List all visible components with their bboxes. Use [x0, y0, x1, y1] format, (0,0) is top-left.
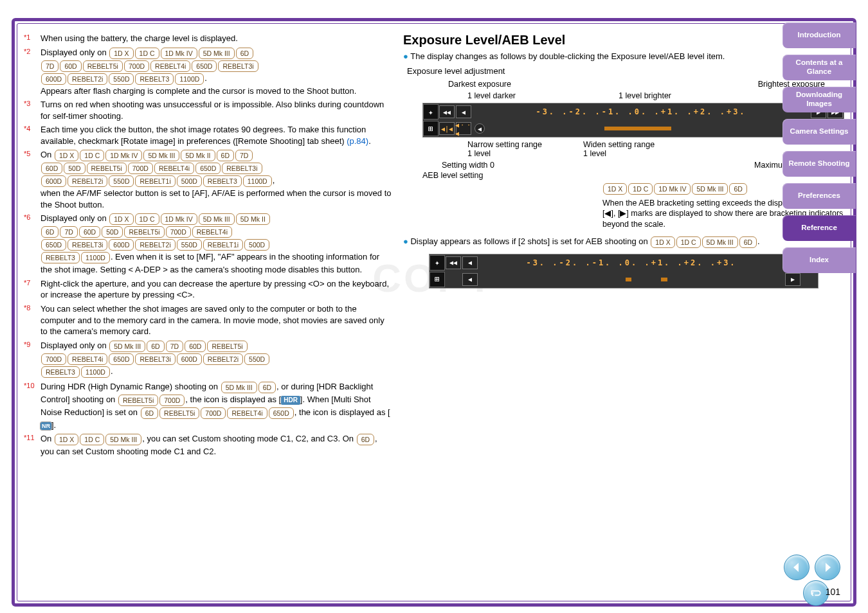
camera-badge: 60D [41, 163, 62, 174]
sidebar-item[interactable]: Downloading Images [782, 87, 856, 112]
text: . [757, 236, 760, 246]
camera-badge: REBELT1i [203, 239, 243, 251]
label-1-brighter: 1 level brighter [619, 91, 671, 100]
camera-badge: 5D Mk III [221, 382, 257, 393]
footnote-2: Displayed only on 1D X1D C1D Mk IV5D Mk … [41, 47, 392, 97]
camera-badge: REBELT5i [118, 395, 158, 406]
camera-badge: 700D [124, 60, 149, 72]
sidebar-item[interactable]: Remote Shooting [782, 151, 856, 177]
sidebar-item[interactable]: Camera Settings [782, 119, 856, 145]
camera-badge: 550D [109, 175, 134, 187]
section-heading: Exposure Level/AEB Level [403, 33, 844, 48]
camera-badge: 1D X [603, 183, 627, 195]
camera-badge: 600D [177, 353, 202, 365]
camera-badge: 7D [41, 60, 59, 72]
text: . [204, 73, 207, 83]
camera-badge: 7D [60, 226, 77, 238]
sidebar-item[interactable]: Contents at a Glance [782, 55, 856, 80]
prev-page-button[interactable] [784, 555, 809, 580]
text: Appears after flash charging is complete… [41, 86, 356, 96]
camera-badge: 6D [258, 382, 276, 393]
camera-badge: REBELT3 [41, 366, 80, 378]
text: During HDR (High Dynamic Range) shooting… [41, 382, 221, 391]
camera-badge: 7D [166, 341, 183, 352]
camera-badge: 1D Mk IV [161, 213, 197, 225]
sidebar-item[interactable]: Reference [782, 215, 856, 241]
exposure-diagram: Darkest exposure Brightest exposure 1 le… [422, 80, 844, 229]
camera-badge: REBELT4i [150, 60, 190, 72]
camera-badge: 650D [41, 239, 66, 251]
footnote-marker-2: *2 [24, 47, 41, 97]
camera-badge: 5D Mk III [105, 434, 141, 445]
darker-button[interactable]: ◀ [462, 256, 478, 269]
footnote-7: Right-click the aperture, and you can de… [41, 278, 392, 301]
footnote-11: On 1D X1D C5D Mk III, you can set Custom… [41, 433, 392, 458]
darker-button[interactable]: ◀ [456, 105, 471, 118]
footnote-marker-9: *9 [24, 340, 41, 378]
camera-badge: 700D [166, 226, 191, 238]
next-page-button[interactable] [815, 555, 840, 580]
camera-badge: 6D [217, 150, 234, 161]
footnote-marker-7: *7 [24, 278, 41, 301]
exposure-scale: -3. .-2. .-1. .0. .+1. .+2. .+3. [472, 107, 810, 116]
camera-badge: 550D [109, 73, 134, 85]
camera-badge: 50D [64, 163, 85, 174]
camera-badge: 1D X [109, 48, 133, 59]
camera-badge: 1D C [80, 434, 104, 445]
text: when the AF/MF selector button is set to… [41, 188, 392, 209]
widen-button[interactable]: ▶ [785, 273, 800, 286]
right-column: Exposure Level/AEB Level The display cha… [401, 28, 847, 597]
text: On [41, 434, 54, 444]
camera-badge: REBELT2i [203, 353, 243, 365]
hdr-icon: HDR [281, 396, 300, 405]
page-link[interactable]: (p.84) [347, 136, 368, 146]
camera-badge: 700D [128, 163, 153, 174]
aeb-bar [489, 127, 793, 130]
camera-badge: 5D Mk III [143, 150, 179, 161]
camera-badge: REBELT5i [159, 407, 199, 419]
exposure-scale: -3. .-2. .-1. .0. .+1. .+2. .+3. [478, 258, 784, 267]
camera-badge: REBELT3 [41, 252, 80, 263]
darkest-button[interactable]: ◀◀ [446, 256, 461, 269]
camera-badge: 1D X [651, 236, 674, 248]
footnote-8: You can select whether the shot images a… [41, 303, 392, 337]
footnote-marker-5: *5 [24, 149, 41, 210]
footnote-5: On 1D X1D C1D Mk IV5D Mk III5D Mk II6D7D… [41, 149, 392, 210]
camera-badge: REBELT3 [135, 73, 174, 85]
aeb-bar-2 [482, 278, 781, 281]
camera-badge: REBELT4i [227, 407, 267, 419]
sidebar-item[interactable]: Preferences [782, 183, 856, 209]
camera-badge: REBELT4i [154, 163, 194, 174]
narrow-button[interactable]: ◀・・◀ [456, 122, 471, 135]
aeb-icon: ⊞ [423, 121, 439, 136]
camera-badge: 6D [236, 48, 253, 59]
two-shots-text: Display appears as follows if [2 shots] … [403, 236, 844, 249]
footnote-9: Displayed only on 5D Mk III6D7D60DREBELT… [41, 340, 392, 378]
darkest-button[interactable]: ◀◀ [439, 105, 455, 118]
aeb-left-marker: ◀ [475, 123, 485, 134]
narrow-button[interactable]: ◀ [462, 273, 478, 286]
camera-badge: 60D [79, 226, 100, 238]
adjustment-title: Exposure level adjustment [407, 66, 844, 76]
text: , the icon is displayed as [ [294, 407, 390, 417]
camera-badge: REBELT1i [135, 175, 175, 187]
two-shots-slider: ✦ ◀◀ ◀ -3. .-2. .-1. .0. .+1. .+2. .+3. … [429, 254, 818, 289]
camera-badge: REBELT2i [135, 239, 175, 251]
camera-badge: 650D [195, 163, 221, 174]
camera-badge: 1100D [81, 366, 110, 378]
footnote-marker-11: *11 [24, 433, 41, 458]
camera-badge: 5D Mk III [199, 48, 235, 59]
width-zero-button[interactable]: ◀|◀ [439, 122, 455, 135]
camera-badge: REBELT3 [203, 175, 242, 187]
camera-badge: 6D [729, 183, 746, 195]
camera-badge: 600D [41, 73, 66, 85]
footnote-4: Each time you click the button, the shot… [41, 124, 392, 147]
camera-badge: 550D [177, 239, 202, 251]
footnote-marker-6: *6 [24, 213, 41, 276]
camera-badge: 60D [185, 341, 206, 352]
camera-badge: REBELT3i [218, 60, 258, 72]
camera-badge: 1D C [676, 236, 701, 248]
footnote-marker-3: *3 [24, 99, 41, 121]
sidebar-item[interactable]: Index [782, 247, 856, 273]
sidebar-item[interactable]: Introduction [782, 22, 856, 48]
